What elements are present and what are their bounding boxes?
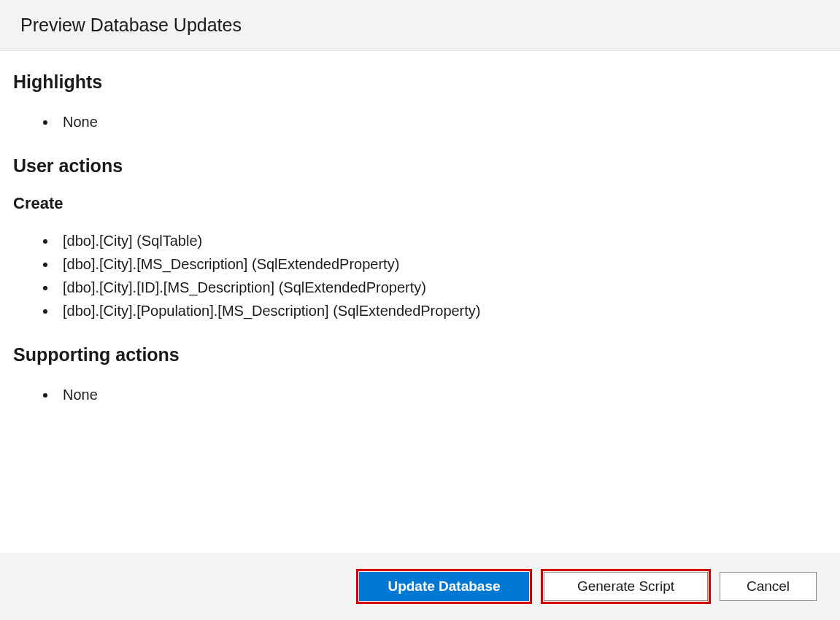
supporting-actions-heading: Supporting actions <box>13 344 827 365</box>
list-item: [dbo].[City].[MS_Description] (SqlExtend… <box>57 252 827 276</box>
list-item: None <box>57 383 827 406</box>
highlights-heading: Highlights <box>13 71 827 93</box>
cancel-button[interactable]: Cancel <box>720 572 817 601</box>
list-item: [dbo].[City].[Population].[MS_Descriptio… <box>57 299 827 322</box>
highlights-list: None <box>57 110 827 133</box>
list-item: [dbo].[City].[ID].[MS_Description] (SqlE… <box>57 276 827 299</box>
create-list: [dbo].[City] (SqlTable) [dbo].[City].[MS… <box>57 229 827 322</box>
user-actions-heading: User actions <box>13 155 827 177</box>
update-database-button[interactable]: Update Database <box>359 572 529 601</box>
dialog-content: Highlights None User actions Create [dbo… <box>0 51 840 553</box>
dialog-header: Preview Database Updates <box>0 0 840 51</box>
list-item: [dbo].[City] (SqlTable) <box>57 229 827 252</box>
dialog-title: Preview Database Updates <box>20 15 820 36</box>
supporting-actions-list: None <box>57 383 827 406</box>
generate-button-highlight: Generate Script <box>541 569 711 604</box>
dialog-footer: Update Database Generate Script Cancel <box>0 553 840 620</box>
update-button-highlight: Update Database <box>356 569 532 604</box>
list-item: None <box>57 110 827 133</box>
generate-script-button[interactable]: Generate Script <box>544 572 708 601</box>
create-subheading: Create <box>13 194 827 213</box>
